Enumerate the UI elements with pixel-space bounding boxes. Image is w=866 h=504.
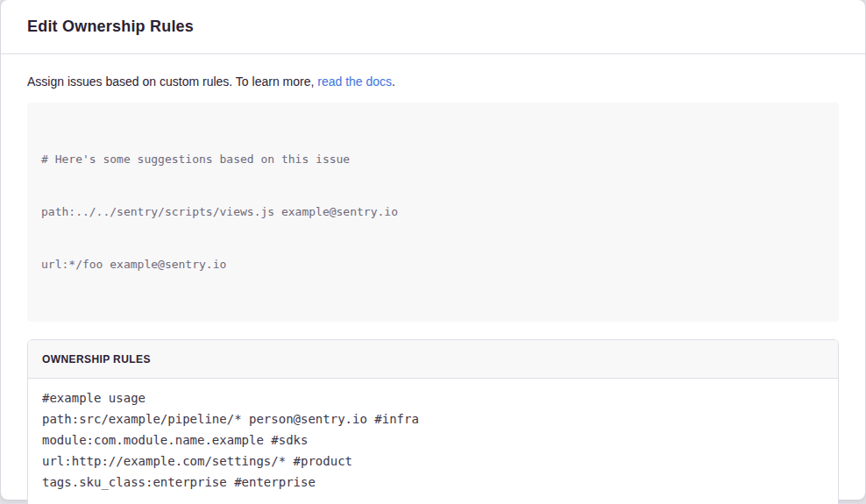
- description-text: Assign issues based on custom rules. To …: [27, 75, 839, 89]
- description-after-link: .: [392, 75, 395, 89]
- description-before-link: Assign issues based on custom rules. To …: [27, 75, 317, 89]
- ownership-rules-textarea[interactable]: #example usage path:src/example/pipeline…: [28, 379, 838, 504]
- suggestion-line: # Here's some suggestions based on this …: [41, 151, 825, 168]
- modal-body: Assign issues based on custom rules. To …: [1, 54, 865, 504]
- edit-ownership-rules-modal: Edit Ownership Rules Assign issues based…: [1, 0, 865, 500]
- suggestion-line: url:*/foo example@sentry.io: [41, 256, 825, 273]
- read-the-docs-link[interactable]: read the docs: [317, 75, 392, 89]
- modal-header: Edit Ownership Rules: [1, 0, 865, 54]
- ownership-rules-panel-header: OWNERSHIP RULES: [28, 340, 838, 379]
- ownership-rules-panel: OWNERSHIP RULES #example usage path:src/…: [27, 339, 839, 504]
- suggestions-code-block: # Here's some suggestions based on this …: [27, 103, 839, 322]
- suggestion-line: path:../../sentry/scripts/views.js examp…: [41, 203, 825, 221]
- modal-title: Edit Ownership Rules: [27, 18, 194, 36]
